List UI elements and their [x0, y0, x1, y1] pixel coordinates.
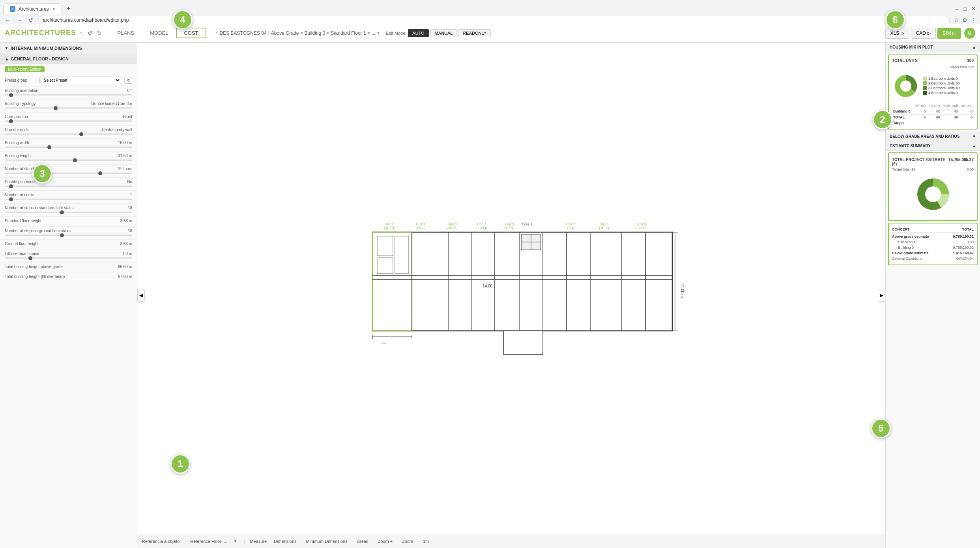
home-button[interactable]: ⌂ [78, 29, 84, 37]
edit-mode-auto[interactable]: AUTO [408, 29, 428, 37]
sidebar-subsection-title: GENERAL FLOOR - DESIGN [11, 56, 69, 61]
lift-overhead-label: Lift overhead space [5, 251, 39, 256]
standard-floor-height-value: 3.33 m [120, 219, 132, 223]
breadcrumb-floor[interactable]: Standard Floor 1 [331, 30, 366, 36]
canvas-area[interactable]: ◀ ▶ Unit 1 (3B C) Unit 2 (2B L) Unit 3 (… [137, 43, 885, 548]
sidebar-subsection[interactable]: ▲ GENERAL FLOOR - DESIGN [0, 54, 137, 64]
maximize-button[interactable]: □ [963, 5, 967, 13]
num-steps-ground-row: Number of steps in ground floor stairs 1… [0, 227, 137, 240]
floorplan-container[interactable]: Unit 1 (3B C) Unit 2 (2B L) Unit 3 (2B M… [161, 54, 885, 532]
estimate-breakdown-panel: CONCEPT TOTAL Above grade estimate 9.769… [888, 223, 978, 265]
lift-overhead-slider[interactable] [5, 257, 132, 259]
total-height-grade-value: 66.60 m [118, 265, 132, 269]
forward-button[interactable]: → [15, 16, 24, 24]
building-width-value: 16.00 m [118, 141, 132, 145]
svg-rect-44 [503, 331, 543, 355]
unit-table-col-empty [892, 103, 912, 109]
estimate-summary-header[interactable]: ESTIMATE SUMMARY ▲ [886, 141, 980, 151]
below-grade-header[interactable]: BELOW GRADE AREAS AND RATIOS ▼ [886, 132, 980, 141]
tab-close-button[interactable]: ✕ [52, 7, 55, 11]
preset-select[interactable]: Select Preset [39, 77, 121, 84]
dimensions-button[interactable]: Dimensions [271, 538, 299, 544]
corridor-ends-row: Corridor ends Central party wall [0, 126, 137, 139]
breadcrumb-project[interactable]: DES BASTOGNES 84 [220, 30, 267, 36]
below-grade-row: Below grade estimate 1.415.160,47 [892, 250, 974, 256]
target-total-eur-value: 0,00 [967, 167, 974, 171]
total-units-panel: TOTAL UNITS 100 Target total 0ud [888, 54, 978, 129]
unit-table-col-2b: 2B Unit [927, 103, 941, 109]
extensions-button[interactable]: ⚙ [961, 16, 968, 24]
more-button[interactable]: ⋮ [970, 16, 977, 24]
ref-floor-dropdown[interactable]: ▾ [232, 538, 239, 544]
app-header: ARCHITECHTURES ⌂ ↺ ↻ PLANS MODEL COST ↑ … [0, 24, 980, 43]
bookmark-button[interactable]: ☆ [953, 16, 960, 24]
core-position-slider[interactable] [5, 120, 132, 122]
building-0-cost-value: 9.769.190,32 [953, 246, 974, 250]
svg-text:Unit 3: Unit 3 [447, 222, 457, 226]
total-label: TOTAL [892, 114, 912, 120]
table-row: Building 0 0 60 40 0 [892, 109, 974, 114]
legend-label-3b: 3 Bedroom Units 40 [928, 86, 960, 90]
building-0-cost-label: - Building 0 [896, 246, 914, 250]
breadcrumb: ↑ DES BASTOGNES 84 | Above Grade ▾ Build… [216, 30, 380, 36]
export-bim-button[interactable]: BIM ▷ [937, 28, 961, 39]
tab-bar: A Architechtures ✕ + – □ ✕ [0, 0, 980, 14]
housing-mix-header[interactable]: HOUSING MIX IN PLOT ▲ [886, 43, 980, 52]
breadcrumb-grade[interactable]: Above Grade [271, 30, 299, 36]
tab-model[interactable]: MODEL [142, 28, 176, 38]
breadcrumb-building[interactable]: Building 0 [305, 30, 325, 36]
svg-text:(2B M): (2B M) [447, 226, 458, 230]
reload-button[interactable]: ↺ [27, 16, 35, 24]
building-orientation-slider[interactable] [5, 94, 132, 96]
corridor-ends-slider[interactable] [5, 133, 132, 135]
undo-button[interactable]: ↺ [86, 29, 94, 37]
back-button[interactable]: ← [3, 16, 12, 24]
zoom-out-button[interactable]: Zoom - [400, 538, 418, 544]
svg-text:(2B L): (2B L) [416, 226, 426, 230]
tab-plans[interactable]: PLANS [110, 28, 142, 38]
below-grade-cost-value: 1.415.160,47 [953, 251, 974, 255]
total-height-lift-row: Total building height (lift overhead) 67… [0, 272, 137, 282]
below-grade-collapse-icon: ▼ [972, 134, 976, 139]
sidebar-section-title: INTERNAL MINIMUM DIMENSIONS [11, 46, 82, 51]
num-steps-standard-slider[interactable] [5, 212, 132, 213]
right-sidebar-collapse-button[interactable]: ▶ [878, 289, 885, 302]
preset-action-button[interactable]: ↺ [124, 77, 132, 84]
redo-button[interactable]: ↻ [95, 29, 103, 37]
breadcrumb-more[interactable]: ... [372, 30, 376, 36]
building-0-row: - Building 0 9.769.190,32 [892, 245, 974, 250]
minimize-button[interactable]: – [955, 5, 959, 13]
num-standard-floors-slider[interactable] [5, 173, 132, 174]
close-button[interactable]: ✕ [971, 5, 977, 13]
site-works-label: - Site Works [896, 240, 915, 244]
building-width-slider[interactable] [5, 146, 132, 148]
building-orientation-value: 0 ° [127, 88, 132, 93]
new-tab-button[interactable]: + [64, 5, 73, 12]
total-height-lift-value: 67.60 m [118, 274, 132, 279]
edit-mode-manual[interactable]: MANUAL [430, 29, 457, 37]
enable-penthouse-slider[interactable] [5, 186, 132, 187]
legend-item-3b: 3 Bedroom Units 40 [923, 86, 960, 90]
export-cad-button[interactable]: CAD ▷ [911, 28, 936, 39]
sidebar-section-header[interactable]: ▼ INTERNAL MINIMUM DIMENSIONS [0, 43, 137, 54]
building-orientation-row: Building orientation 0 ° [0, 86, 137, 99]
zoom-in-button[interactable]: Zoom + [375, 538, 395, 544]
below-grade-title: BELOW GRADE AREAS AND RATIOS [890, 134, 959, 139]
svg-text:21.00 m: 21.00 m [680, 283, 685, 298]
edit-mode-readonly[interactable]: READONLY [458, 29, 491, 37]
target-total-subtitle: Target total 0ud [892, 65, 974, 69]
num-cores-slider[interactable] [5, 199, 132, 200]
standard-floor-height-row: Standard floor height 3.33 m [0, 217, 137, 227]
total-header: TOTAL [962, 227, 974, 231]
areas-button[interactable]: Areas [355, 538, 371, 544]
sidebar-collapse-button[interactable]: ◀ [137, 289, 145, 302]
num-steps-ground-slider[interactable] [5, 235, 132, 236]
min-dimensions-button[interactable]: Minimum Dimensions [304, 538, 350, 544]
legend-item-4b: 4 Bedroom Units 0 [923, 91, 960, 95]
ground-floor-height-label: Ground floor height [5, 242, 39, 246]
building-typology-row: Building Typology Double loaded Corridor [0, 99, 137, 113]
browser-tab[interactable]: A Architechtures ✕ [3, 3, 62, 14]
above-grade-value: 9.769.190,32 [953, 235, 974, 238]
building-length-slider[interactable] [5, 160, 132, 161]
building-typology-slider[interactable] [5, 107, 132, 109]
